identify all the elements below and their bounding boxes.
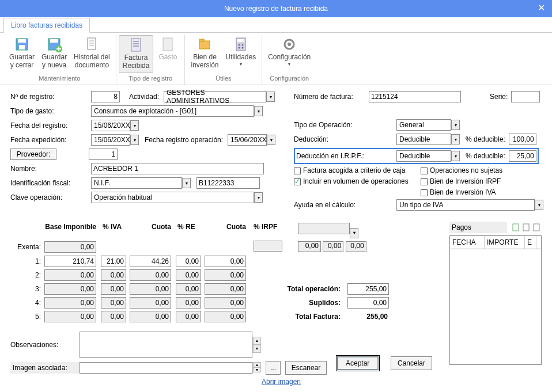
browse-button[interactable]: ...: [266, 361, 281, 375]
utilidades-button[interactable]: Utilidades ▾: [222, 35, 260, 73]
chevron-down-icon[interactable]: ▾: [130, 120, 139, 131]
supl[interactable]: [347, 297, 389, 309]
piva-input[interactable]: [101, 311, 126, 322]
pre-input[interactable]: [176, 283, 201, 295]
base-input[interactable]: [44, 269, 96, 281]
chevron-down-icon[interactable]: ▾: [350, 228, 358, 238]
cuota2-input[interactable]: [205, 256, 246, 267]
svg-rect-9: [199, 41, 210, 49]
piva-input[interactable]: [101, 297, 126, 309]
abrir-imagen-link[interactable]: Abrir imagen: [262, 378, 301, 386]
chk-bi-irpf[interactable]: [421, 178, 428, 185]
pagos-edit-icon[interactable]: [521, 222, 531, 233]
cuota-input[interactable]: [130, 297, 171, 309]
proveedor-button[interactable]: Proveedor:: [10, 149, 56, 160]
cuota2-input[interactable]: [205, 311, 246, 322]
save-new-button[interactable]: Guardar y nueva: [38, 35, 70, 73]
label: Configuración: [268, 54, 311, 62]
chevron-down-icon[interactable]: ▾: [266, 92, 275, 102]
tab-libro-facturas[interactable]: Libro facturas recibidas: [3, 18, 90, 33]
fecharegop-input[interactable]: 15/06/20XX: [228, 134, 267, 146]
hdr-cuota2: Cuota: [203, 222, 248, 239]
save-close-button[interactable]: Guardar y cerrar: [6, 35, 38, 73]
chk-nosujetas[interactable]: [421, 168, 428, 174]
piva-input[interactable]: [101, 256, 126, 267]
pded-input[interactable]: [509, 134, 536, 145]
fecharegistro-label: Fecha del registro:: [10, 121, 91, 130]
history-button[interactable]: Historial del documento: [70, 35, 114, 73]
cuota-input[interactable]: [130, 283, 171, 295]
cuota2-input[interactable]: [205, 297, 246, 309]
piva-input[interactable]: [101, 283, 126, 295]
tipoop-combo[interactable]: General: [396, 119, 451, 131]
chevron-down-icon[interactable]: ▾: [267, 135, 275, 145]
chevron-down-icon[interactable]: ▾: [254, 106, 263, 116]
claveop-combo[interactable]: Operación habitual: [91, 192, 254, 203]
img-input[interactable]: [80, 362, 252, 374]
proveedor-input[interactable]: [89, 149, 118, 160]
value: 15/06/20XX: [230, 136, 267, 144]
base-input[interactable]: [44, 283, 96, 295]
cancelar-button[interactable]: Cancelar: [391, 356, 432, 370]
irpf-pct: [254, 241, 282, 252]
pagos-table[interactable]: FECHA IMPORTE E: [449, 235, 542, 365]
bien-inversion-button[interactable]: Bien de inversión: [187, 35, 222, 73]
fecharegistro-input[interactable]: 15/06/20XX: [91, 120, 130, 131]
config-button[interactable]: Configuración ▾: [264, 35, 314, 73]
chevron-down-icon[interactable]: ▾: [130, 135, 139, 145]
nregistro-input[interactable]: [91, 91, 120, 102]
pagos-del-icon[interactable]: [531, 222, 542, 233]
chevron-down-icon[interactable]: ▾: [254, 192, 263, 203]
pded2-input[interactable]: [509, 150, 536, 162]
chevron-down-icon[interactable]: ▾: [182, 178, 191, 188]
dedirpf-combo[interactable]: Deducible: [396, 150, 451, 162]
cuota-input[interactable]: [130, 256, 171, 267]
base-input[interactable]: [44, 297, 96, 309]
idfiscal-tipo-combo[interactable]: N.I.F.: [91, 177, 182, 189]
pre-input[interactable]: [176, 297, 201, 309]
pagos-hdr-importe: IMPORTE: [485, 236, 525, 249]
value: 15/06/20XX: [94, 121, 130, 130]
serie-input[interactable]: [511, 91, 540, 102]
idfiscal-num-input[interactable]: [196, 177, 260, 189]
pre-input[interactable]: [176, 311, 201, 322]
cuota-input[interactable]: [130, 311, 171, 322]
chevron-down-icon[interactable]: ▾: [535, 200, 543, 210]
chk-caja[interactable]: [294, 168, 301, 174]
pre-input[interactable]: [176, 256, 201, 267]
tipogasto-combo[interactable]: Consumos de explotación - [G01]: [91, 105, 254, 117]
factura-recibida-button[interactable]: Factura Recibida: [119, 35, 154, 73]
pre-input[interactable]: [176, 269, 201, 281]
chk-volumen[interactable]: [294, 178, 301, 185]
pagos-label: Pagos: [449, 222, 507, 233]
chevron-down-icon[interactable]: ▾: [451, 120, 460, 130]
nombre-input[interactable]: [91, 163, 264, 174]
ayuda-combo[interactable]: Un tipo de IVA: [396, 199, 535, 211]
irpf-v1: 0,00: [298, 241, 321, 252]
piva-input[interactable]: [101, 269, 126, 281]
scan-button[interactable]: Escanear: [285, 361, 327, 375]
obs-input[interactable]: [80, 332, 252, 358]
base-input[interactable]: [44, 311, 96, 322]
numfactura-input[interactable]: [369, 91, 461, 102]
gasto-button[interactable]: Gasto: [153, 35, 182, 73]
close-icon[interactable]: ✕: [538, 2, 545, 13]
aceptar-button[interactable]: Aceptar: [337, 356, 379, 370]
irpf-combo[interactable]: [298, 223, 350, 234]
totop[interactable]: [347, 283, 389, 295]
cuota-input[interactable]: [130, 269, 171, 281]
img-label: Imagen asociada:: [10, 362, 80, 374]
deduccion-combo[interactable]: Deducible: [396, 134, 451, 145]
cuota2-input[interactable]: [205, 283, 246, 295]
chevron-down-icon[interactable]: ▾: [451, 134, 460, 144]
actividad-combo[interactable]: GESTORES ADMINISTRATIVOS: [164, 91, 266, 102]
pagos-add-icon[interactable]: [511, 222, 521, 233]
folder-icon: [196, 36, 213, 52]
cuota2-input[interactable]: [205, 269, 246, 281]
base-input[interactable]: [44, 256, 96, 267]
irpf-v2: 0,00: [323, 241, 343, 252]
exenta-base: [44, 241, 96, 253]
chevron-down-icon[interactable]: ▾: [451, 151, 460, 161]
chk-bi-iva[interactable]: [421, 189, 428, 196]
fechaexp-input[interactable]: 15/06/20XX: [91, 134, 130, 146]
